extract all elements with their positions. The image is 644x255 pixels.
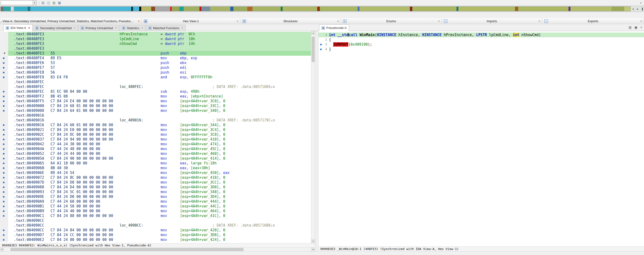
disasm-row[interactable]: .text:0040907D C7 84 24 D8 00 00 00 00 0… xyxy=(0,180,315,185)
close-icon[interactable]: × xyxy=(182,26,183,30)
toolbar-combo[interactable]: ▾ xyxy=(1,0,36,5)
close-icon[interactable]: × xyxy=(74,26,76,30)
disasm-row[interactable]: .text:004090B9 C7 44 24 40 00 00 00 00 m… xyxy=(0,209,315,214)
disasm-row[interactable]: .text:004090CC C7 84 24 84 00 00 00 00 0… xyxy=(0,228,315,232)
window-float-icon[interactable]: ▣ xyxy=(634,26,637,29)
text-view-icon[interactable]: ▥ xyxy=(52,0,56,5)
tab-matched-functions[interactable]: ▦Matched Functions× xyxy=(146,25,186,31)
close-icon[interactable]: × xyxy=(138,19,140,23)
close-icon[interactable]: × xyxy=(337,19,339,23)
nav-dot-icon xyxy=(3,239,4,241)
panel-caption-enums[interactable]: ≡Enums× xyxy=(341,18,442,24)
disassembly-view[interactable]: .text:00408FE3 hPrevInstance = dword ptr… xyxy=(0,31,315,243)
disasm-row[interactable]: .text:00409000 C7 84 24 68 01 00 00 00 0… xyxy=(0,104,315,108)
close-icon[interactable]: × xyxy=(538,19,540,23)
vertical-scrollbar[interactable]: ▲ ▼ xyxy=(311,31,315,243)
disasm-row[interactable]: .text:004090C1 C7 84 24 88 00 00 00 00 0… xyxy=(0,214,315,218)
disasm-row[interactable]: .text:00409072 C7 84 24 8C 00 00 00 00 0… xyxy=(0,175,315,180)
disasm-row[interactable]: .text:0040906E 89 44 24 54 mov [esp+4A4h… xyxy=(0,170,315,175)
disasm-row[interactable]: .text:00409016 loc_409016: ; DATA XREF: … xyxy=(0,118,315,122)
disasm-row[interactable]: .text:0040906B 8B 40 30 mov eax, [eax+30… xyxy=(0,166,315,170)
disasm-row[interactable]: .text:004090B1 C7 44 24 58 00 00 00 00 m… xyxy=(0,204,315,209)
disasm-row[interactable]: .text:00408FE7 57 push edi xyxy=(0,65,315,70)
disasm-row[interactable]: .text:0040909E C7 84 24 D0 00 00 00 00 0… xyxy=(0,194,315,199)
nav-handle-icon[interactable]: ▐ xyxy=(641,8,643,10)
panel-caption-exports[interactable]: ↑Exports× xyxy=(542,18,644,24)
disasm-row[interactable]: .text:00408FEC 81 EC 98 04 00 00 sub esp… xyxy=(0,89,315,94)
disasm-row[interactable]: .text:00409016 xyxy=(0,113,315,118)
scroll-left-icon[interactable]: ◄ xyxy=(0,248,4,251)
toolbar-overflow-icon[interactable]: » xyxy=(640,1,642,4)
close-icon[interactable]: × xyxy=(236,19,238,23)
disasm-row[interactable]: .text:0040902C C7 84 24 DC 00 00 00 00 0… xyxy=(0,132,315,137)
window-close-icon[interactable]: × xyxy=(640,26,642,29)
panel-caption-imports[interactable]: ↓Imports× xyxy=(442,18,542,24)
close-icon[interactable]: × xyxy=(142,26,143,30)
disasm-row[interactable]: .text:00409052 C7 44 24 44 00 00 00 00 m… xyxy=(0,151,315,156)
disasm-row[interactable]: .text:00409008 C7 84 24 64 01 00 00 00 0… xyxy=(0,108,315,113)
scroll-right-icon[interactable]: ► xyxy=(311,248,315,251)
disasm-row[interactable]: .text:00408FE3 lpCmdLine = dword ptr 10h xyxy=(0,36,315,41)
disasm-row[interactable]: .text:00408FE4 89 E5 mov ebp, esp xyxy=(0,56,315,60)
tab-primary-unmatched[interactable]: ▦Primary Unmatched× xyxy=(78,25,119,31)
disasm-row[interactable]: .text:004090E2 C7 84 24 80 00 00 00 00 0… xyxy=(0,237,315,242)
disasm-row[interactable]: .text:00409021 C7 84 24 E0 00 00 00 00 0… xyxy=(0,128,315,132)
disasm-row[interactable]: .text:00409037 C7 84 24 94 00 00 00 00 0… xyxy=(0,137,315,142)
disasm-row[interactable]: .text:0040904A C7 44 24 48 00 00 00 00 m… xyxy=(0,146,315,151)
disasm-row[interactable]: .text:00408FE3 hPrevInstance = dword ptr… xyxy=(0,32,315,36)
tab-pseudocode-a[interactable]: ▦ Pseudocode-A xyxy=(319,24,349,31)
disasm-row[interactable]: .text:004090CC loc_4090CC: ; DATA XREF: … xyxy=(0,223,315,228)
scroll-up-icon[interactable]: ▲ xyxy=(311,31,315,35)
disasm-row[interactable]: .text:00409088 C7 84 24 D4 00 00 00 00 0… xyxy=(0,185,315,190)
close-icon[interactable]: × xyxy=(115,26,117,30)
disasm-margin xyxy=(0,80,8,84)
window-menu-icon[interactable]: ▤ xyxy=(629,26,632,29)
horizontal-scrollbar[interactable]: ◄ ► xyxy=(0,247,315,251)
graph-view-icon[interactable]: ◫ xyxy=(46,0,51,5)
disasm-row[interactable]: .text:00408FF2 8B 45 08 mov eax, [ebp+hI… xyxy=(0,94,315,99)
disasm-row[interactable]: .text:00408FEC loc_408FEC: ; DATA XREF: … xyxy=(0,84,315,89)
combo-dropdown-icon[interactable]: ▾ xyxy=(32,1,36,5)
sync-views-icon[interactable]: ▦ xyxy=(57,0,62,5)
disasm-row[interactable]: ▼.text:00408FE3 55 push ebp xyxy=(0,51,315,56)
nav-scroll-left-icon[interactable]: ◄ xyxy=(632,8,634,10)
hscrollbar-track[interactable] xyxy=(4,248,311,251)
disasm-row[interactable]: .text:00409016 C7 84 24 60 01 00 00 00 0… xyxy=(0,122,315,128)
disasm-row[interactable]: .text:00408FE3 nShowCmd = dword ptr 14h xyxy=(0,41,315,46)
scroll-down-icon[interactable]: ▼ xyxy=(311,239,315,243)
scrollbar-track[interactable] xyxy=(311,35,315,239)
navigator-band[interactable]: ◄►▐ xyxy=(0,6,644,12)
nav-scroll-right-icon[interactable]: ► xyxy=(636,8,639,10)
window-list-icon[interactable]: ▤ xyxy=(40,0,46,5)
disasm-row[interactable]: .text:00409065 64 A1 18 00 00 00 mov eax… xyxy=(0,161,315,166)
close-icon[interactable]: × xyxy=(640,19,642,23)
panel-caption-tab-group[interactable]: ...View-A, Secondary Unmatched, Primary … xyxy=(0,18,142,24)
disasm-row[interactable]: .text:004090D7 C7 84 24 CC 00 00 00 00 0… xyxy=(0,232,315,237)
tab-ida-view-a[interactable]: ▦IDA View-A× xyxy=(3,24,32,31)
disasm-row[interactable]: .text:00409042 C7 44 24 30 00 00 00 00 m… xyxy=(0,142,315,146)
hscrollbar-thumb[interactable] xyxy=(10,248,244,251)
disasm-row[interactable]: .text:00408FE9 83 E4 F8 and esp, 0FFFFFF… xyxy=(0,75,315,80)
disasm-row[interactable]: .text:00408FE8 56 push esi xyxy=(0,70,315,75)
pseudocode-line[interactable]: 4} xyxy=(318,47,644,52)
close-icon[interactable]: × xyxy=(28,26,30,30)
disasm-row[interactable]: .text:00408FF5 C7 84 24 E4 00 00 00 00 0… xyxy=(0,99,315,104)
panel-splitter[interactable] xyxy=(315,31,318,251)
scrollbar-thumb[interactable] xyxy=(312,37,314,62)
disasm-row[interactable]: .text:0040905A C7 84 24 90 00 00 00 00 0… xyxy=(0,156,315,161)
disasm-row[interactable]: .text:00408FE3 xyxy=(0,46,315,51)
disasm-row[interactable]: .text:004090A9 C7 44 24 60 00 00 00 00 m… xyxy=(0,199,315,204)
pseudocode-line[interactable]: 1int __stdcall WinMain(HINSTANCE hInstan… xyxy=(318,32,644,37)
disasm-row[interactable]: .text:00409093 C7 84 24 5C 01 00 00 00 0… xyxy=(0,190,315,194)
tab-secondary-unmatched[interactable]: ▦Secondary Unmatched× xyxy=(33,25,78,31)
pseudocode-line[interactable]: 3 JUMPOUT(0x409190); xyxy=(318,42,644,47)
tab-statistics[interactable]: ▦Statistics× xyxy=(120,25,146,31)
panel-caption-hex-view[interactable]: ▦Hex View-1× xyxy=(142,18,240,24)
close-icon[interactable]: × xyxy=(438,19,440,23)
pseudocode-view[interactable]: 1int __stdcall WinMain(HINSTANCE hInstan… xyxy=(318,31,644,246)
pseudocode-line[interactable]: 2{ xyxy=(318,37,644,42)
panel-caption-structures[interactable]: ⊞Structures× xyxy=(240,18,341,24)
disasm-row[interactable]: .text:00408FE6 53 push ebx xyxy=(0,60,315,65)
disasm-row[interactable]: .text:004090CC xyxy=(0,218,315,223)
disasm-row[interactable]: .text:00408FEC xyxy=(0,80,315,84)
